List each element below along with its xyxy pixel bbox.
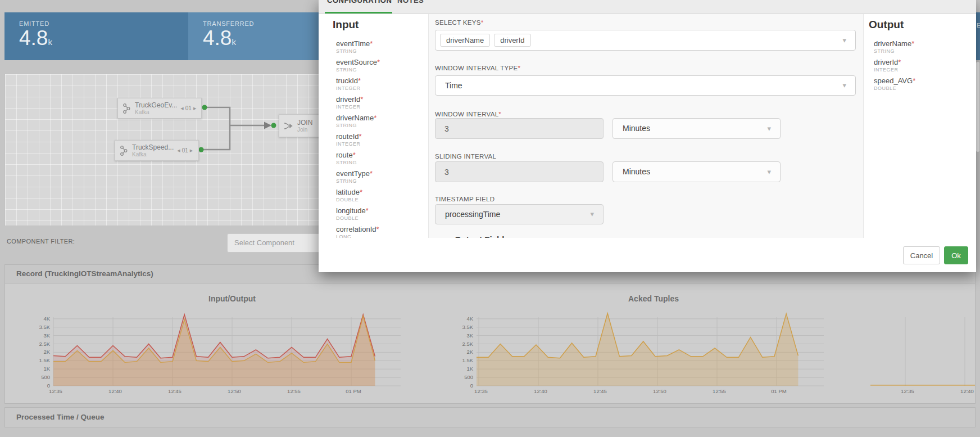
field-type: INTEGER (336, 104, 380, 110)
svg-text:12:35: 12:35 (901, 388, 914, 394)
nav-value: 01 (182, 147, 188, 154)
svg-text:01 PM: 01 PM (346, 388, 361, 394)
field-name: route* (336, 151, 380, 159)
node-subtitle: Kafka (132, 151, 174, 157)
svg-text:3K: 3K (466, 332, 473, 339)
chart-title-input-output: Input/Output (142, 294, 322, 303)
schema-field: driverId*INTEGER (336, 95, 380, 114)
sliding-interval-label: SLIDING INTERVAL (435, 153, 496, 160)
field-name: driverName* (874, 39, 915, 48)
selected-value: Time (435, 76, 855, 95)
component-filter-label: COMPONENT FILTER: (7, 238, 75, 245)
timestamp-field-select[interactable]: processingTime ▾ (435, 204, 604, 224)
window-interval-input[interactable] (435, 118, 604, 139)
schema-field: eventTime*STRING (336, 39, 380, 58)
chevron-down-icon[interactable]: ▾ (767, 124, 771, 133)
required-asterisk: * (360, 188, 362, 196)
node-title: JOIN (297, 119, 312, 127)
schema-field: longitude*DOUBLE (336, 206, 380, 225)
metric-value: 4.8k (19, 27, 188, 53)
required-asterisk: * (359, 132, 361, 141)
svg-text:12:45: 12:45 (168, 388, 182, 394)
node-truckgeoevent-kafka[interactable]: TruckGeoEv... Kafka ◀ 01 ▶ (117, 98, 202, 119)
chevron-down-icon[interactable]: ▾ (590, 210, 594, 218)
scrollbar-thumb[interactable] (976, 62, 979, 152)
chevron-down-icon[interactable]: ▾ (842, 36, 846, 44)
selected-key-chip[interactable]: driverName (440, 34, 490, 47)
svg-text:4K: 4K (466, 316, 473, 322)
required-asterisk: * (898, 58, 901, 66)
field-type: DOUBLE (336, 215, 380, 222)
record-metrics-card: Record (TruckingIOTStreamAnalytics) Inpu… (4, 264, 976, 404)
svg-text:2.5K: 2.5K (462, 341, 473, 347)
select-keys-label: SELECT KEYS* (435, 19, 484, 26)
required-asterisk: * (377, 58, 380, 66)
field-type: STRING (336, 160, 380, 166)
schema-field: eventType*STRING (336, 169, 380, 188)
chevron-down-icon[interactable]: ▾ (842, 81, 846, 89)
field-name: driverId* (874, 58, 915, 66)
tab-notes[interactable]: NOTES (397, 0, 424, 4)
schema-field: driverName*STRING (874, 39, 915, 58)
field-type: STRING (336, 67, 380, 73)
nav-next-icon[interactable]: ▶ (193, 106, 196, 111)
nav-prev-icon[interactable]: ◀ (177, 148, 180, 154)
svg-text:1.5K: 1.5K (462, 357, 473, 363)
svg-text:3.5K: 3.5K (39, 324, 50, 330)
svg-text:12:45: 12:45 (593, 388, 607, 394)
node-subtitle: Join (297, 127, 312, 133)
input-schema-panel: Input eventTime*STRINGeventSource*STRING… (319, 14, 428, 238)
schema-field: routeId*INTEGER (336, 132, 380, 151)
window-interval-unit-select[interactable]: Minutes ▾ (612, 118, 781, 139)
svg-text:500: 500 (41, 374, 50, 380)
active-tab-underline (325, 12, 392, 13)
sliding-interval-input[interactable] (435, 161, 604, 182)
schema-field: speed_AVG*DOUBLE (874, 76, 915, 95)
node-version-nav: ◀ 01 ▶ (180, 105, 196, 111)
nav-value: 01 (185, 105, 192, 111)
processed-time-queue-bar[interactable]: Processed Time / Queue (4, 407, 976, 427)
selected-value: Minutes (613, 162, 780, 182)
svg-text:500: 500 (464, 374, 473, 380)
window-interval-type-select[interactable]: Time ▾ (435, 75, 856, 96)
node-title: TruckGeoEv... (135, 102, 177, 109)
node-subtitle: Kafka (135, 109, 177, 115)
nav-next-icon[interactable]: ▶ (190, 148, 193, 154)
field-type: STRING (336, 123, 380, 129)
chart-title-acked-tuples: Acked Tuples (564, 294, 743, 303)
field-type: INTEGER (874, 67, 915, 73)
tab-configuration[interactable]: CONFIGURATION (327, 0, 392, 4)
field-type: STRING (336, 48, 380, 55)
selected-key-chip[interactable]: driverId (494, 34, 530, 47)
required-asterisk: * (481, 19, 484, 26)
required-asterisk: * (498, 111, 501, 118)
chevron-down-icon[interactable]: ▾ (767, 168, 771, 176)
field-name: eventTime* (336, 39, 380, 48)
field-name: truckId* (336, 76, 380, 85)
kafka-icon (120, 145, 128, 156)
output-panel-title: Output (869, 19, 904, 31)
required-asterisk: * (353, 151, 356, 159)
required-asterisk: * (911, 39, 914, 48)
ok-button[interactable]: Ok (944, 246, 968, 264)
required-asterisk: * (374, 114, 376, 122)
field-name: eventSource* (336, 58, 380, 66)
field-type: STRING (874, 48, 915, 55)
svg-text:12:35: 12:35 (474, 388, 488, 394)
svg-text:3.5K: 3.5K (462, 324, 473, 330)
sliding-interval-unit-select[interactable]: Minutes ▾ (612, 161, 781, 182)
node-truckspeedevent-kafka[interactable]: TruckSpeed... Kafka ◀ 01 ▶ (115, 140, 199, 161)
cancel-button[interactable]: Cancel (903, 246, 940, 264)
required-asterisk: * (376, 225, 379, 233)
field-type: INTEGER (336, 85, 380, 92)
schema-field: eventSource*STRING (336, 58, 380, 76)
svg-text:12:40: 12:40 (108, 388, 122, 394)
svg-text:1K: 1K (466, 366, 473, 372)
port-dot (202, 105, 207, 110)
field-type: DOUBLE (336, 197, 380, 203)
schema-field: truckId*INTEGER (336, 76, 380, 95)
select-keys-select[interactable]: driverNamedriverId ▾ (435, 30, 856, 51)
svg-text:2K: 2K (466, 349, 473, 355)
field-type: DOUBLE (874, 85, 915, 92)
nav-prev-icon[interactable]: ◀ (180, 106, 183, 111)
